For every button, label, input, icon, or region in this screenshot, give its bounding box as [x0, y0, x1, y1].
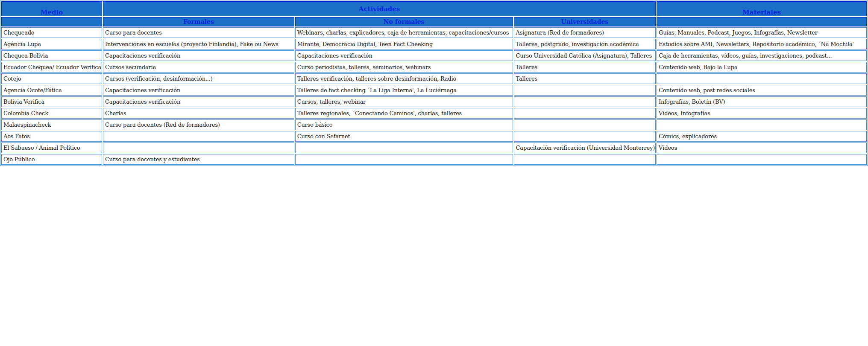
table-row: Colombia CheckCharlasTalleres regionales… — [1, 108, 867, 119]
header-medio-spacer — [1, 17, 102, 26]
header-row-1: Medio Actividades Materiales — [1, 1, 867, 16]
cell-universidades: Capacitación verificación (Universidad M… — [514, 142, 656, 153]
cell-no-formales: Talleres regionales, ´Conectando Caminos… — [295, 108, 513, 119]
cell-materiales: Guías, Manuales, Podcast, Juegos, Infogr… — [657, 27, 867, 38]
cell-universidades — [514, 154, 656, 165]
table-row: CotejoCursos (verificación, desinformaci… — [1, 73, 867, 84]
table-header: Medio Actividades Materiales Formales No… — [1, 1, 867, 26]
cell-universidades — [514, 96, 656, 107]
cell-formales: Capacitaciones verificación — [103, 96, 294, 107]
cell-no-formales: Cursos, talleres, webinar — [295, 96, 513, 107]
cell-no-formales: Webinars, charlas, explicadores, caja de… — [295, 27, 513, 38]
cell-formales: Curso para docentes (Red de formadores) — [103, 119, 294, 130]
cell-medio: El Sabueso / Animal Político — [1, 142, 102, 153]
cell-formales: Charlas — [103, 108, 294, 119]
cell-no-formales: Capacitaciones verificación — [295, 50, 513, 61]
cell-universidades: Asignatura (Red de formadores) — [514, 27, 656, 38]
cell-universidades: Talleres — [514, 62, 656, 73]
cell-materiales — [657, 73, 867, 84]
cell-materiales: Vídeos — [657, 142, 867, 153]
cell-no-formales: Mirante, Democracia Digital, Teen Fact C… — [295, 39, 513, 49]
header-no-formales: No formales — [295, 17, 513, 26]
cell-medio: Colombia Check — [1, 108, 102, 119]
cell-materiales: Caja de herramientas, vídeos, guías, inv… — [657, 50, 867, 61]
header-materiales-label: Materiales — [657, 2, 866, 16]
cell-no-formales: Talleres de fact checking ´La Liga Inter… — [295, 85, 513, 96]
fact-checkers-activities-table: Medio Actividades Materiales Formales No… — [0, 0, 868, 166]
cell-medio: Ecuador Chequea/ Ecuador Verifica — [1, 62, 102, 73]
header-actividades-label: Actividades — [359, 5, 400, 13]
header-actividades: Actividades — [103, 1, 656, 16]
cell-materiales: Estudios sobre AMI, Newsletters, Reposit… — [657, 39, 867, 49]
table-row: El Sabueso / Animal PolíticoCapacitación… — [1, 142, 867, 153]
cell-no-formales — [295, 154, 513, 165]
cell-materiales: Contenido web, Bajo la Lupa — [657, 62, 867, 73]
cell-formales: Capacitaciones verificación — [103, 50, 294, 61]
cell-medio: Cotejo — [1, 73, 102, 84]
cell-materiales: Vídeos, Infografías — [657, 108, 867, 119]
cell-formales: Curso para docentes — [103, 27, 294, 38]
cell-universidades — [514, 131, 656, 142]
cell-formales — [103, 142, 294, 153]
cell-materiales — [657, 119, 867, 130]
cell-medio: Ojo Público — [1, 154, 102, 165]
cell-universidades: Curso Universidad Católica (Asignatura),… — [514, 50, 656, 61]
cell-formales: Cursos secundaria — [103, 62, 294, 73]
cell-medio: Bolivia Verifica — [1, 96, 102, 107]
table-row: Agência LupaIntervenciones en escuelas (… — [1, 39, 867, 49]
cell-no-formales: Curso con Sefarnet — [295, 131, 513, 142]
table-row: Aos FatosCurso con SefarnetCómics, expli… — [1, 131, 867, 142]
table-row: Bolivia VerificaCapacitaciones verificac… — [1, 96, 867, 107]
cell-formales: Curso para docentes y estudiantes — [103, 154, 294, 165]
cell-formales: Cursos (verificación, desinformación...) — [103, 73, 294, 84]
header-formales: Formales — [103, 17, 294, 26]
header-row-2: Formales No formales Universidades — [1, 17, 867, 26]
cell-universidades: Talleres — [514, 73, 656, 84]
cell-medio: Chequea Bolivia — [1, 50, 102, 61]
cell-materiales — [657, 154, 867, 165]
cell-universidades — [514, 85, 656, 96]
page: Medio Actividades Materiales Formales No… — [0, 0, 868, 346]
cell-no-formales: Curso básico — [295, 119, 513, 130]
cell-universidades: Talleres, postgrado, investigación acadé… — [514, 39, 656, 49]
cell-medio: Malaespinacheck — [1, 119, 102, 130]
cell-medio: Chequeado — [1, 27, 102, 38]
table-body: ChequeadoCurso para docentesWebinars, ch… — [1, 27, 867, 165]
table-row: Agencia Ocote/FáticaCapacitaciones verif… — [1, 85, 867, 96]
cell-formales — [103, 131, 294, 142]
cell-medio: Agência Lupa — [1, 39, 102, 49]
cell-no-formales — [295, 142, 513, 153]
header-medio: Medio — [1, 1, 102, 16]
table-row: ChequeadoCurso para docentesWebinars, ch… — [1, 27, 867, 38]
cell-materiales: Infografías, Boletín (BV) — [657, 96, 867, 107]
table-row: MalaespinacheckCurso para docentes (Red … — [1, 119, 867, 130]
cell-materiales: Contenido web, post redes sociales — [657, 85, 867, 96]
table-row: Ecuador Chequea/ Ecuador VerificaCursos … — [1, 62, 867, 73]
cell-medio: Agencia Ocote/Fática — [1, 85, 102, 96]
header-materiales: Materiales — [657, 1, 867, 16]
table-row: Ojo PúblicoCurso para docentes y estudia… — [1, 154, 867, 165]
cell-universidades — [514, 119, 656, 130]
table-row: Chequea BoliviaCapacitaciones verificaci… — [1, 50, 867, 61]
cell-no-formales: Curso periodistas, talleres, seminarios,… — [295, 62, 513, 73]
header-materiales-spacer — [657, 17, 867, 26]
cell-formales: Intervenciones en escuelas (proyecto Fin… — [103, 39, 294, 49]
cell-no-formales: Talleres verificación, talleres sobre de… — [295, 73, 513, 84]
header-universidades: Universidades — [514, 17, 656, 26]
header-medio-label: Medio — [2, 2, 102, 16]
cell-universidades — [514, 108, 656, 119]
cell-medio: Aos Fatos — [1, 131, 102, 142]
cell-materiales: Cómics, explicadores — [657, 131, 867, 142]
cell-formales: Capacitaciones verificación — [103, 85, 294, 96]
